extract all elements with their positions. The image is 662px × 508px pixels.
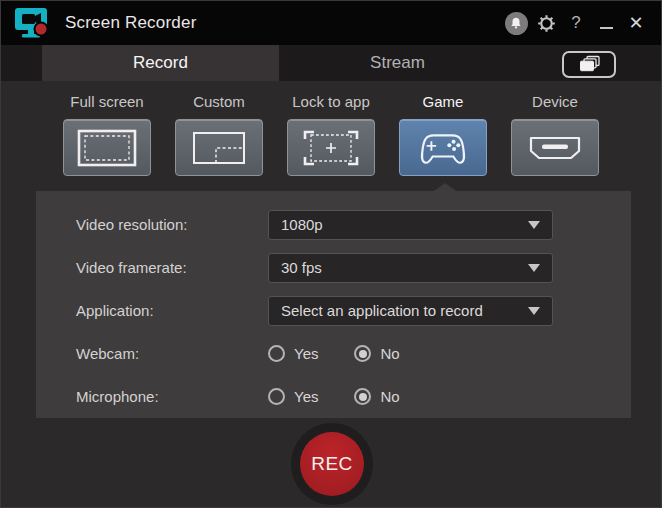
microphone-no-radio[interactable]: No xyxy=(354,388,399,405)
mode-game-label: Game xyxy=(423,89,464,113)
fullscreen-region-icon xyxy=(76,127,138,169)
window-title: Screen Recorder xyxy=(65,13,197,33)
tab-stream[interactable]: Stream xyxy=(279,45,516,81)
mode-lock-to-app-label: Lock to app xyxy=(292,89,370,113)
screen-recorder-window: Screen Recorder ? xyxy=(0,0,662,508)
record-button-ring: REC xyxy=(291,423,373,505)
close-button[interactable]: ✕ xyxy=(621,8,651,38)
mode-game-button[interactable] xyxy=(399,119,487,176)
mode-full-screen-button[interactable] xyxy=(63,119,151,176)
custom-region-icon xyxy=(188,127,250,169)
compact-mode-button[interactable] xyxy=(562,51,616,78)
help-icon: ? xyxy=(571,13,580,33)
tab-strip: Record Stream xyxy=(1,45,661,81)
tab-stream-label: Stream xyxy=(370,53,425,73)
minimize-icon xyxy=(600,27,613,29)
mode-device-label: Device xyxy=(532,89,578,113)
record-button-area: REC xyxy=(1,418,662,508)
radio-checked-icon xyxy=(354,345,371,362)
webcam-yes-label: Yes xyxy=(294,345,318,362)
radio-unchecked-icon xyxy=(268,388,285,405)
tab-strip-left-spacer xyxy=(1,45,42,81)
mode-device[interactable]: Device xyxy=(511,89,599,176)
video-resolution-dropdown[interactable]: 1080p xyxy=(268,210,553,240)
radio-checked-icon xyxy=(354,388,371,405)
microphone-no-label: No xyxy=(380,388,399,405)
mode-custom[interactable]: Custom xyxy=(175,89,263,176)
help-button[interactable]: ? xyxy=(561,8,591,38)
chevron-down-icon xyxy=(528,307,540,315)
tab-record[interactable]: Record xyxy=(42,45,279,81)
minimize-button[interactable] xyxy=(591,8,621,38)
application-label: Application: xyxy=(76,302,268,319)
application-dropdown[interactable]: Select an application to record xyxy=(268,296,553,326)
titlebar: Screen Recorder ? xyxy=(1,1,661,45)
webcam-yes-radio[interactable]: Yes xyxy=(268,345,318,362)
capture-mode-row: Full screen Custom Lock to app xyxy=(1,81,661,176)
app-logo-icon xyxy=(13,5,51,41)
tab-record-label: Record xyxy=(133,53,188,73)
settings-gear-icon xyxy=(536,13,557,34)
mode-full-screen-label: Full screen xyxy=(70,89,143,113)
microphone-radio-group: Yes No xyxy=(268,388,436,405)
video-resolution-value: 1080p xyxy=(281,216,520,233)
video-framerate-row: Video framerate: 30 fps xyxy=(76,246,631,289)
webcam-radio-group: Yes No xyxy=(268,345,436,362)
mode-device-button[interactable] xyxy=(511,119,599,176)
gamepad-icon xyxy=(415,129,471,167)
mode-lock-to-app-button[interactable] xyxy=(287,119,375,176)
panel-notch xyxy=(434,183,456,191)
video-resolution-row: Video resolution: 1080p xyxy=(76,203,631,246)
mode-lock-to-app[interactable]: Lock to app xyxy=(287,89,375,176)
webcam-no-label: No xyxy=(380,345,399,362)
microphone-label: Microphone: xyxy=(76,388,268,405)
microphone-yes-radio[interactable]: Yes xyxy=(268,388,318,405)
video-framerate-value: 30 fps xyxy=(281,259,520,276)
mode-full-screen[interactable]: Full screen xyxy=(63,89,151,176)
lock-to-app-icon xyxy=(300,127,362,169)
video-framerate-label: Video framerate: xyxy=(76,259,268,276)
video-resolution-label: Video resolution: xyxy=(76,216,268,233)
record-button-label: REC xyxy=(311,453,353,475)
application-row: Application: Select an application to re… xyxy=(76,289,631,332)
notification-bell-icon xyxy=(505,12,528,35)
radio-unchecked-icon xyxy=(268,345,285,362)
settings-button[interactable] xyxy=(531,8,561,38)
close-icon: ✕ xyxy=(628,14,643,32)
application-value: Select an application to record xyxy=(281,302,520,319)
mode-custom-label: Custom xyxy=(193,89,245,113)
settings-panel: Video resolution: 1080p Video framerate:… xyxy=(36,191,631,418)
mode-game[interactable]: Game xyxy=(399,89,487,176)
webcam-no-radio[interactable]: No xyxy=(354,345,399,362)
webcam-label: Webcam: xyxy=(76,345,268,362)
video-framerate-dropdown[interactable]: 30 fps xyxy=(268,253,553,283)
hdmi-device-icon xyxy=(524,129,586,167)
chevron-down-icon xyxy=(528,221,540,229)
webcam-row: Webcam: Yes No xyxy=(76,332,631,375)
microphone-yes-label: Yes xyxy=(294,388,318,405)
mode-custom-button[interactable] xyxy=(175,119,263,176)
microphone-row: Microphone: Yes No xyxy=(76,375,631,418)
notification-button[interactable] xyxy=(501,8,531,38)
chevron-down-icon xyxy=(528,264,540,272)
stacked-windows-icon xyxy=(576,55,602,74)
record-button[interactable]: REC xyxy=(300,432,364,496)
